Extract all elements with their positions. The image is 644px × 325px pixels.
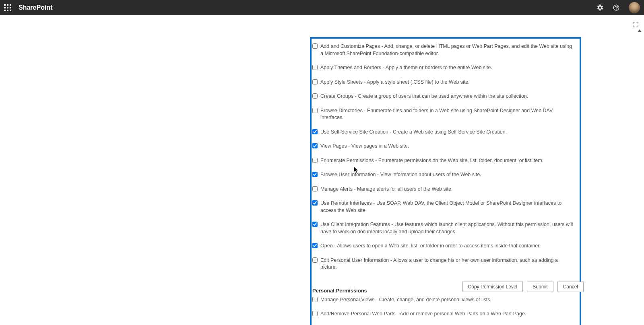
help-icon[interactable] (613, 4, 620, 11)
permission-open: Open - Allows users to open a Web site, … (312, 241, 580, 252)
permission-browse-directories: Browse Directories - Enumerate files and… (312, 105, 580, 123)
top-bar: SharePoint (0, 0, 644, 15)
permission-checkbox-browse-directories[interactable] (312, 108, 318, 113)
permission-checkbox-use-remote-interfaces[interactable] (312, 200, 318, 206)
permission-update-personal-web-parts: Update Personal Web Parts - Update Web P… (312, 323, 580, 325)
permission-text: Use Client Integration Features - Use fe… (320, 221, 574, 235)
permission-text: Browse Directories - Enumerate files and… (320, 107, 574, 121)
permission-text: Add and Customize Pages - Add, change, o… (320, 43, 574, 57)
permission-use-self-service-site-creation: Use Self-Service Site Creation - Create … (312, 127, 580, 138)
button-row: Copy Permission Level Submit Cancel (310, 282, 584, 292)
permission-create-groups: Create Groups - Create a group of users … (312, 91, 580, 102)
permission-text: Add/Remove Personal Web Parts - Add or r… (320, 311, 526, 318)
permission-checkbox-open[interactable] (312, 243, 318, 248)
permission-add-and-customize-pages: Add and Customize Pages - Add, change, o… (312, 41, 580, 59)
app-launcher-icon[interactable] (4, 4, 11, 11)
permission-text: Use Self-Service Site Creation - Create … (320, 129, 507, 136)
permission-view-pages: View Pages - View pages in a Web site. (312, 141, 580, 152)
permission-use-client-integration-features: Use Client Integration Features - Use fe… (312, 219, 580, 237)
permission-text: Create Groups - Create a group of users … (320, 93, 528, 100)
permission-edit-personal-user-information: Edit Personal User Information - Allows … (312, 255, 580, 273)
content-area: Add and Customize Pages - Add, change, o… (0, 15, 644, 325)
permission-apply-style-sheets: Apply Style Sheets - Apply a style sheet… (312, 77, 580, 88)
permission-text: Apply Themes and Borders - Apply a theme… (320, 64, 492, 72)
permission-checkbox-apply-style-sheets[interactable] (312, 79, 318, 84)
permission-checkbox-edit-personal-user-information[interactable] (312, 257, 318, 263)
permission-text: Enumerate Permissions - Enumerate permis… (320, 157, 543, 165)
user-avatar[interactable] (629, 2, 640, 13)
top-right-controls (597, 2, 640, 13)
copy-permission-level-button[interactable]: Copy Permission Level (462, 282, 523, 292)
permission-text: Manage Alerts - Manage alerts for all us… (320, 186, 452, 193)
permission-add-remove-personal-web-parts: Add/Remove Personal Web Parts - Add or r… (312, 309, 580, 320)
permission-use-remote-interfaces: Use Remote Interfaces - Use SOAP, Web DA… (312, 198, 580, 216)
cancel-button[interactable]: Cancel (557, 282, 584, 292)
permission-text: Use Remote Interfaces - Use SOAP, Web DA… (320, 200, 574, 214)
permission-text: View Pages - View pages in a Web site. (320, 143, 409, 150)
permission-checkbox-manage-personal-views[interactable] (312, 297, 318, 302)
permission-checkbox-view-pages[interactable] (312, 143, 318, 148)
focus-mode-icon[interactable] (633, 22, 638, 27)
permission-checkbox-create-groups[interactable] (312, 93, 318, 99)
permission-checkbox-manage-alerts[interactable] (312, 186, 318, 191)
permission-browse-user-information: Browse User Information - View informati… (312, 169, 580, 181)
submit-button[interactable]: Submit (527, 282, 553, 292)
permission-enumerate-permissions: Enumerate Permissions - Enumerate permis… (312, 155, 580, 167)
permission-text: Manage Personal Views - Create, change, … (320, 296, 491, 304)
permission-text: Browse User Information - View informati… (320, 171, 481, 179)
permission-text: Apply Style Sheets - Apply a style sheet… (320, 79, 470, 86)
permission-text: Open - Allows users to open a Web site, … (320, 243, 541, 250)
permission-checkbox-use-client-integration-features[interactable] (312, 222, 318, 227)
permission-text: Edit Personal User Information - Allows … (320, 257, 574, 271)
permission-checkbox-use-self-service-site-creation[interactable] (312, 129, 318, 134)
permission-checkbox-add-remove-personal-web-parts[interactable] (312, 311, 318, 316)
permission-apply-themes-and-borders: Apply Themes and Borders - Apply a theme… (312, 62, 580, 74)
app-title: SharePoint (19, 4, 52, 11)
settings-icon[interactable] (597, 4, 604, 11)
scroll-up-indicator (638, 29, 642, 32)
permission-manage-alerts: Manage Alerts - Manage alerts for all us… (312, 184, 580, 195)
permission-checkbox-enumerate-permissions[interactable] (312, 158, 318, 163)
permission-checkbox-apply-themes-and-borders[interactable] (312, 65, 318, 70)
permission-checkbox-add-and-customize-pages[interactable] (312, 43, 318, 49)
permission-checkbox-browse-user-information[interactable] (312, 172, 318, 177)
permission-manage-personal-views: Manage Personal Views - Create, change, … (312, 294, 580, 306)
